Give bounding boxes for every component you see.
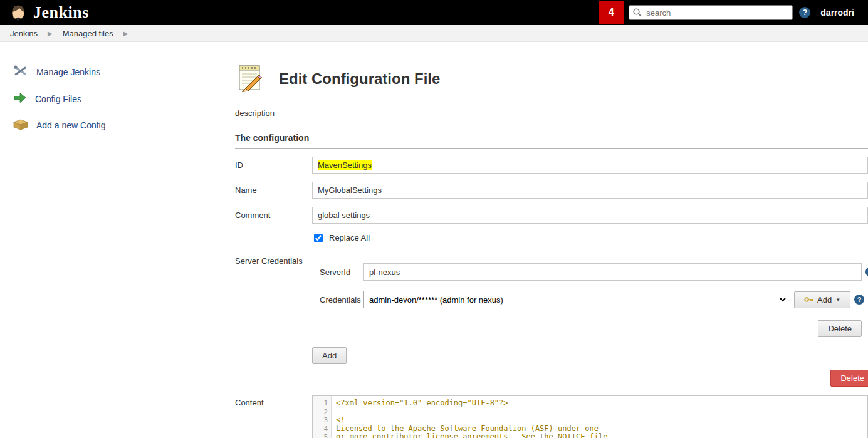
- file-delete-row: Delete: [235, 370, 868, 387]
- tools-icon: [13, 63, 29, 80]
- comment-field[interactable]: [312, 207, 868, 224]
- server-id-row: ServerId ?: [312, 263, 868, 281]
- brand-title: Jenkins: [33, 3, 89, 22]
- code-lines: <?xml version="1.0" encoding="UTF-8"?> <…: [332, 396, 867, 438]
- name-label: Name: [235, 182, 312, 199]
- help-icon[interactable]: ?: [854, 295, 864, 305]
- delete-file-button[interactable]: Delete: [830, 370, 868, 387]
- add-credential-button[interactable]: Add ▼: [794, 291, 850, 308]
- delete-credential-button[interactable]: Delete: [818, 320, 862, 337]
- search-box: [629, 5, 793, 20]
- replace-all-label: Replace All: [329, 233, 370, 242]
- sidebar-item-label: Config Files: [35, 94, 81, 104]
- credentials-label: Credentials: [312, 295, 363, 305]
- section-title: The configuration: [235, 133, 868, 149]
- green-arrow-icon: [13, 90, 28, 107]
- form-row-id: ID MavenSettings: [235, 157, 868, 174]
- top-bar: Jenkins 4 ? darrodri: [0, 0, 868, 25]
- sidebar-item-label: Manage Jenkins: [36, 67, 100, 77]
- line-number: 1: [313, 399, 331, 408]
- chevron-right-icon: ▶: [48, 30, 53, 37]
- key-icon: [804, 295, 813, 305]
- server-id-label: ServerId: [312, 268, 363, 277]
- code-line: [336, 408, 867, 417]
- caret-down-icon: ▼: [835, 297, 840, 303]
- line-number: 2: [313, 408, 331, 417]
- help-icon[interactable]: ?: [799, 7, 810, 18]
- breadcrumb-item-managed-files[interactable]: Managed files: [63, 29, 113, 38]
- notification-badge[interactable]: 4: [599, 1, 624, 24]
- server-credentials-table: ServerId ? Credentials admin-devon/*****…: [312, 256, 868, 337]
- form-row-comment: Comment Replace All: [235, 207, 868, 242]
- server-credentials-label: Server Credentials: [235, 248, 312, 364]
- chevron-right-icon: ▶: [123, 30, 128, 37]
- name-field[interactable]: [312, 182, 868, 199]
- replace-all-row: Replace All: [314, 233, 868, 242]
- sidebar-item-label: Add a new Config: [36, 120, 106, 130]
- server-id-field[interactable]: [363, 263, 862, 281]
- notepad-edit-icon: [235, 63, 265, 95]
- id-label: ID: [235, 157, 312, 174]
- form-row-name: Name: [235, 182, 868, 199]
- code-line: Licensed to the Apache Software Foundati…: [336, 425, 867, 434]
- user-menu[interactable]: darrodri: [820, 8, 854, 18]
- jenkins-butler-icon: [9, 3, 28, 23]
- form-row-content: Content 1 2 3 4 5 6 7 <?xml version="1.0…: [235, 395, 868, 438]
- page-title: Edit Configuration File: [279, 70, 440, 88]
- main-content: Edit Configuration File description The …: [226, 42, 868, 438]
- content-label: Content: [235, 395, 312, 438]
- form-row-server-credentials: Server Credentials ServerId ? Credential…: [235, 248, 868, 364]
- add-credential-label: Add: [817, 295, 832, 305]
- help-icon[interactable]: ?: [865, 267, 868, 277]
- code-line: <?xml version="1.0" encoding="UTF-8"?>: [336, 399, 867, 408]
- line-number: 4: [313, 425, 331, 434]
- sidebar-item-manage-jenkins[interactable]: Manage Jenkins: [0, 58, 226, 85]
- sidebar-item-add-new-config[interactable]: Add a new Config: [0, 112, 226, 138]
- top-bar-right: 4 ? darrodri: [599, 1, 868, 24]
- line-number: 5: [313, 433, 331, 438]
- jenkins-home-link[interactable]: Jenkins: [0, 3, 89, 23]
- id-field[interactable]: MavenSettings: [312, 157, 868, 174]
- breadcrumb-item-jenkins[interactable]: Jenkins: [10, 29, 38, 38]
- search-input[interactable]: [629, 5, 793, 20]
- line-number: 3: [313, 416, 331, 425]
- credential-delete-row: Delete: [312, 320, 868, 337]
- sidebar: Manage Jenkins Config Files Add a new Co…: [0, 42, 226, 138]
- search-icon: [632, 8, 642, 19]
- package-icon: [13, 117, 29, 133]
- code-line: <!--: [336, 416, 867, 425]
- replace-all-checkbox[interactable]: [314, 234, 323, 242]
- add-server-credential-row: Add: [312, 347, 868, 364]
- id-value-highlighted: MavenSettings: [318, 160, 372, 170]
- page-layout: Manage Jenkins Config Files Add a new Co…: [0, 42, 868, 438]
- description-label: description: [235, 108, 868, 118]
- page-title-row: Edit Configuration File: [235, 63, 868, 95]
- content-code-editor[interactable]: 1 2 3 4 5 6 7 <?xml version="1.0" encodi…: [312, 395, 868, 438]
- code-line: or more contributor license agreements. …: [336, 433, 867, 438]
- comment-label: Comment: [235, 207, 312, 242]
- add-server-credential-button[interactable]: Add: [312, 347, 347, 364]
- credentials-row: Credentials admin-devon/****** (admin fo…: [312, 291, 868, 308]
- credentials-select[interactable]: admin-devon/****** (admin for nexus): [363, 291, 788, 308]
- sidebar-item-config-files[interactable]: Config Files: [0, 85, 226, 112]
- breadcrumb: Jenkins ▶ Managed files ▶: [0, 25, 868, 42]
- line-number-gutter: 1 2 3 4 5 6 7: [313, 396, 332, 438]
